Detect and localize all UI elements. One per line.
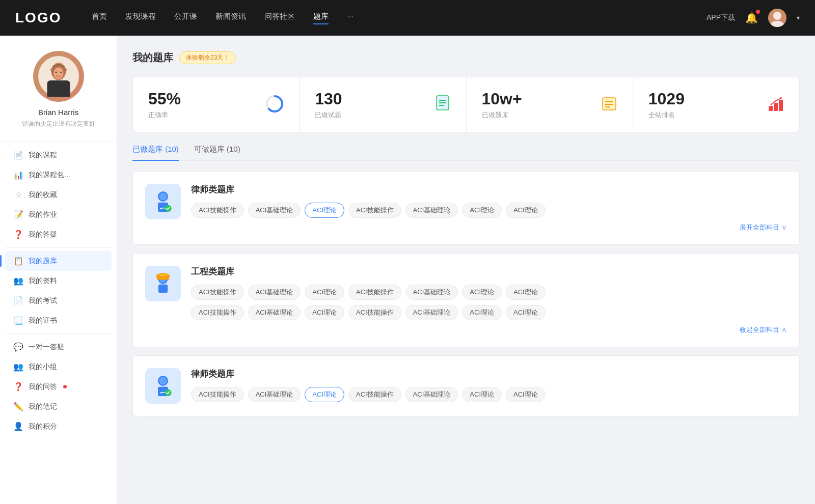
sidebar-item-notes[interactable]: ✏️ 我的笔记 xyxy=(5,397,112,416)
tutoring-icon: 💬 xyxy=(13,342,23,352)
stat-done-banks-label: 已做题库 xyxy=(482,110,522,120)
bank-expand-2[interactable]: 收起全部科目 ∧ xyxy=(191,320,787,334)
main-content: 我的题库 体验剩余23天！ 55% 正确率 130 xyxy=(117,36,815,504)
navbar: LOGO 首页 发现课程 公开课 新闻资讯 问答社区 题库 ··· APP下载 … xyxy=(0,0,815,36)
bell-button[interactable]: 🔔 xyxy=(745,12,758,24)
sidebar-user-name: Brian Harris xyxy=(38,108,78,117)
stat-rank-value: 1029 xyxy=(648,90,685,108)
sidebar-label-certificate: 我的证书 xyxy=(29,316,57,325)
sidebar-item-myqa[interactable]: ❓ 我的问答 xyxy=(5,377,112,397)
bank-tag[interactable]: ACI技能操作 xyxy=(191,203,244,218)
nav-open-course[interactable]: 公开课 xyxy=(174,12,197,24)
sidebar-item-qa[interactable]: ❓ 我的答疑 xyxy=(5,225,112,244)
stat-rank: 1029 全站排名 xyxy=(633,77,799,132)
nav-qa[interactable]: 问答社区 xyxy=(264,12,295,24)
sidebar-item-course[interactable]: 📄 我的课程 xyxy=(5,145,112,165)
svg-rect-34 xyxy=(159,274,168,276)
nav-home[interactable]: 首页 xyxy=(92,12,107,24)
svg-point-38 xyxy=(165,389,171,396)
bank-card-header-1: 律师类题库 ACI技能操作 ACI基础理论 ACI理论 ACI技能操作 ACI基… xyxy=(145,184,787,232)
bank-tag[interactable]: ACI技能操作 xyxy=(348,305,401,320)
bank-tag[interactable]: ACI理论 xyxy=(506,305,546,320)
bank-card-header-2: 工程类题库 ACI技能操作 ACI基础理论 ACI理论 ACI技能操作 ACI基… xyxy=(145,266,787,334)
bank-tag[interactable]: ACI理论 xyxy=(462,285,502,300)
bank-tag[interactable]: ACI理论 xyxy=(506,387,546,402)
app-download-button[interactable]: APP下载 xyxy=(707,13,735,22)
bank-icon-engineer xyxy=(145,266,181,301)
svg-point-6 xyxy=(53,67,63,78)
bank-tag[interactable]: ACI基础理论 xyxy=(248,203,301,218)
sidebar-item-points[interactable]: 👤 我的积分 xyxy=(5,416,112,436)
bank-tag[interactable]: ACI理论 xyxy=(506,285,546,300)
bank-tag[interactable]: ACI理论 xyxy=(462,387,502,402)
bank-tag[interactable]: ACI基础理论 xyxy=(248,305,301,320)
bank-tag[interactable]: ACI理论 xyxy=(305,285,344,300)
bank-body-1: 律师类题库 ACI技能操作 ACI基础理论 ACI理论 ACI技能操作 ACI基… xyxy=(191,184,787,232)
nav-questionbank[interactable]: 题库 xyxy=(313,12,329,24)
svg-point-7 xyxy=(55,71,57,73)
stat-done-questions-value: 130 xyxy=(315,90,342,108)
stat-rank-label: 全站排名 xyxy=(648,110,685,120)
course-icon: 📄 xyxy=(13,150,23,160)
homework-icon: 📝 xyxy=(13,210,23,219)
favorites-icon: ☆ xyxy=(13,190,23,200)
bank-tag[interactable]: ACI基础理论 xyxy=(405,387,458,402)
page-header: 我的题库 体验剩余23天！ xyxy=(132,51,800,65)
bank-tag[interactable]: ACI理论 xyxy=(305,305,344,320)
svg-point-0 xyxy=(773,12,781,20)
sidebar-item-exam[interactable]: 📄 我的考试 xyxy=(5,291,112,311)
bank-tag[interactable]: ACI技能操作 xyxy=(348,285,401,300)
coursepack-icon: 📊 xyxy=(13,170,23,180)
bank-tag[interactable]: ACI技能操作 xyxy=(191,305,244,320)
svg-point-8 xyxy=(60,71,62,73)
bank-tag[interactable]: ACI理论 xyxy=(462,305,502,320)
bank-card-header-3: 律师类题库 ACI技能操作 ACI基础理论 ACI理论 ACI技能操作 ACI基… xyxy=(145,368,787,404)
navbar-menu: 首页 发现课程 公开课 新闻资讯 问答社区 题库 ··· xyxy=(92,12,707,24)
bank-tag[interactable]: ACI技能操作 xyxy=(348,387,401,402)
nav-discover[interactable]: 发现课程 xyxy=(125,12,156,24)
bank-tag-active[interactable]: ACI理论 xyxy=(305,203,344,218)
tab-done[interactable]: 已做题库 (10) xyxy=(132,145,179,160)
myqa-icon: ❓ xyxy=(13,382,23,391)
bell-icon: 🔔 xyxy=(745,12,758,23)
sidebar-label-profile: 我的资料 xyxy=(29,276,57,286)
bank-tag[interactable]: ACI基础理论 xyxy=(405,305,458,320)
notes-icon: ✏️ xyxy=(13,402,23,411)
nav-more[interactable]: ··· xyxy=(347,12,354,24)
svg-rect-21 xyxy=(769,106,773,111)
bank-expand-1[interactable]: 展开全部科目 ∨ xyxy=(191,218,787,232)
tab-available[interactable]: 可做题库 (10) xyxy=(194,145,240,160)
bank-tag[interactable]: ACI技能操作 xyxy=(191,387,244,402)
bank-tag[interactable]: ACI基础理论 xyxy=(248,387,301,402)
bank-tag[interactable]: ACI基础理论 xyxy=(405,203,458,218)
bank-tag-active[interactable]: ACI理论 xyxy=(305,387,344,402)
sidebar-item-favorites[interactable]: ☆ 我的收藏 xyxy=(5,185,112,205)
bank-tag[interactable]: ACI基础理论 xyxy=(248,285,301,300)
sidebar-item-coursepack[interactable]: 📊 我的课程包... xyxy=(5,165,112,185)
sidebar-item-certificate[interactable]: 📃 我的证书 xyxy=(5,311,112,330)
bank-name-3: 律师类题库 xyxy=(191,368,787,380)
avatar[interactable] xyxy=(768,9,786,27)
myqa-badge xyxy=(63,385,67,388)
sidebar-label-qa: 我的答疑 xyxy=(29,230,57,239)
bank-tag[interactable]: ACI理论 xyxy=(506,203,546,218)
sidebar-label-coursepack: 我的课程包... xyxy=(29,171,70,180)
nav-news[interactable]: 新闻资讯 xyxy=(215,12,246,24)
bank-tags-3: ACI技能操作 ACI基础理论 ACI理论 ACI技能操作 ACI基础理论 AC… xyxy=(191,387,787,402)
sidebar-item-homework[interactable]: 📝 我的作业 xyxy=(5,205,112,225)
sidebar-item-group[interactable]: 👥 我的小组 xyxy=(5,357,112,377)
sidebar-item-questionbank[interactable]: 📋 我的题库 xyxy=(5,251,112,271)
bank-tag[interactable]: ACI理论 xyxy=(462,203,502,218)
sidebar-divider-2 xyxy=(5,247,112,248)
bank-tag[interactable]: ACI基础理论 xyxy=(405,285,458,300)
bank-body-3: 律师类题库 ACI技能操作 ACI基础理论 ACI理论 ACI技能操作 ACI基… xyxy=(191,368,787,402)
sidebar-item-tutoring[interactable]: 💬 一对一答疑 xyxy=(5,337,112,357)
stat-accuracy: 55% 正确率 xyxy=(133,77,299,132)
bank-tag[interactable]: ACI技能操作 xyxy=(348,203,401,218)
sidebar-item-profile[interactable]: 👥 我的资料 xyxy=(5,271,112,291)
sidebar-avatar xyxy=(33,51,84,102)
avatar-dropdown-arrow[interactable]: ▾ xyxy=(797,14,800,21)
group-icon: 👥 xyxy=(13,362,23,372)
bank-tag[interactable]: ACI技能操作 xyxy=(191,285,244,300)
sidebar-label-notes: 我的笔记 xyxy=(29,402,57,411)
